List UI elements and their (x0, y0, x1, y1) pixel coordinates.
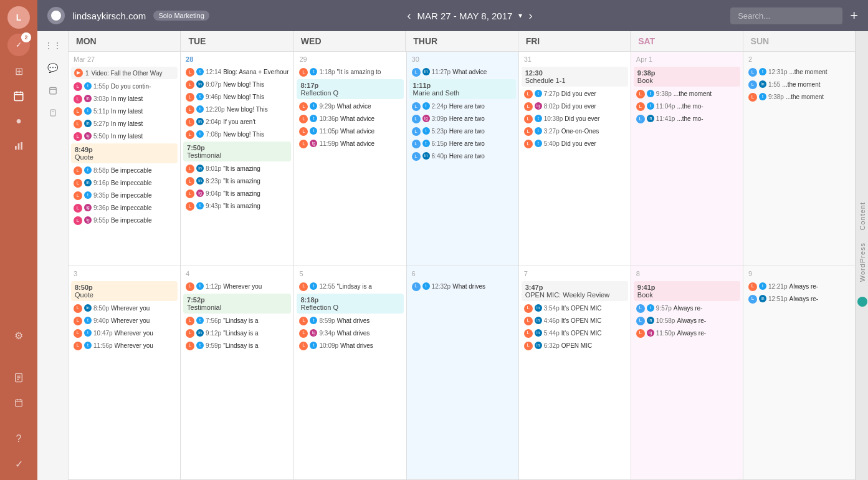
chart-icon[interactable] (9, 136, 29, 156)
cal-item[interactable]: L in 1:55 ...the moment (746, 79, 852, 90)
cal-item[interactable]: L t 12:32p What drives (409, 281, 516, 292)
comment-icon[interactable]: 💬 (44, 59, 62, 77)
cal-item[interactable]: L t 10:47p Wherever you (71, 328, 178, 339)
cal-item[interactable]: L t 10:38p Did you ever (522, 113, 628, 125)
circle-icon[interactable]: ● (9, 111, 29, 131)
cal-item[interactable]: L in 6:40p Here are two (409, 151, 516, 162)
settings-icon[interactable]: ⚙ (9, 325, 29, 345)
cal-item[interactable]: L t 12:21p Always re- (746, 281, 852, 292)
cal-item[interactable]: L t 9:59p "Lindsay is a (183, 340, 291, 352)
cal-item[interactable]: L t 11:56p Wherever you (71, 340, 178, 352)
cal-item[interactable]: L t 9:43p "It is amazing (183, 201, 291, 212)
reflection-block-2[interactable]: 8:18p Reflection Q (297, 294, 403, 314)
book-block-2[interactable]: 9:41p Book (634, 281, 740, 301)
cal-item[interactable]: L in 12:51p Always re- (746, 294, 852, 305)
marie-seth-block[interactable]: 1:11p Marie and Seth (409, 79, 516, 99)
quote-block-2[interactable]: 8:50p Quote (71, 281, 178, 301)
cal-item[interactable]: L ig 5:50p In my latest (71, 131, 178, 142)
cal-item[interactable]: L in 10:58p Always re- (634, 315, 740, 327)
testimonial-block-2[interactable]: 7:52p Testimonial (183, 294, 291, 314)
cal-item[interactable]: L t 1:55p Do you contin- (71, 81, 178, 92)
cal-item[interactable]: L ig 9:04p "It is amazing (183, 188, 291, 199)
cal-item[interactable]: L ig 8:02p Did you ever (522, 101, 628, 112)
cal-item[interactable]: L ig 9:34p What drives (297, 328, 403, 339)
testimonial-block[interactable]: 7:50p Testimonial (183, 142, 291, 161)
schedule-block[interactable]: 12:30 Schedule 1-1 (522, 67, 628, 87)
cal-item[interactable]: L t 9:38p ...the moment (634, 89, 740, 100)
cal-item[interactable]: L in 2:04p If you aren't (183, 117, 291, 128)
cal-item[interactable]: L in 8:07p New blog! This (183, 79, 291, 90)
add-button[interactable]: + (850, 7, 858, 24)
avatar[interactable]: L (7, 6, 30, 29)
book-block[interactable]: 9:38p Book (634, 67, 740, 87)
cal-item[interactable]: L t 9:29p What advice (297, 101, 403, 112)
search-input[interactable] (730, 7, 842, 24)
header-thu: THUR (406, 31, 518, 51)
cal-item[interactable]: L in 11:41p ...the mo- (634, 113, 740, 125)
help-icon[interactable]: ? (9, 429, 29, 449)
cal-item[interactable]: L t 7:27p Did you ever (522, 89, 628, 100)
cal-item[interactable]: L t 11:05p What advice (297, 126, 403, 137)
cal-item[interactable]: L t 8:58p Be impeccable (71, 165, 178, 176)
cal-item[interactable]: L t 9:46p New blog! This (183, 92, 291, 103)
cal-item[interactable]: L t 9:40p Wherever you (71, 315, 178, 327)
cal-item[interactable]: L t 1:18p "It is amazing to (297, 67, 403, 78)
cal-item[interactable]: L t 9:57p Always re- (634, 303, 740, 314)
cal-item[interactable]: L ig 9:55p Be impeccable (71, 215, 178, 226)
instagram-icon: ig (84, 216, 92, 224)
cal-item[interactable]: L t 1:12p Wherever you (183, 281, 291, 292)
cal-item[interactable]: L t 7:08p New blog! This (183, 129, 291, 140)
cal-item[interactable]: L t 10:09p What drives (297, 340, 403, 352)
cal-item[interactable]: L in 5:44p It's OPEN MIC (522, 328, 628, 339)
cal-item[interactable]: L t 10:36p What advice (297, 113, 403, 125)
cal-item[interactable]: L t 6:15p Here are two (409, 138, 516, 150)
reflection-block[interactable]: 8:17p Reflection Q (297, 79, 403, 99)
date-dropdown-arrow[interactable]: ▾ (518, 11, 522, 20)
cal-item[interactable]: L in 9:16p Be impeccable (71, 178, 178, 189)
cal-item[interactable]: L in 6:32p OPEN MIC (522, 340, 628, 352)
cal-item[interactable]: L in 3:03p In my latest (71, 94, 178, 105)
cal-item[interactable]: L ig 11:59p What advice (297, 138, 403, 150)
lp-doc-icon[interactable] (44, 103, 62, 122)
open-mic-block[interactable]: 3:47p OPEN MIC: Weekly Review (522, 281, 628, 301)
cal-item[interactable]: L ig 3:09p Here are two (409, 113, 516, 125)
cal-item[interactable]: L t 11:04p ...the mo- (634, 101, 740, 112)
grid-icon[interactable]: ⊞ (9, 61, 29, 81)
cal-item[interactable]: L t 12:14 Blog: Asana + Everhour (183, 67, 291, 78)
cal-item[interactable]: L in 8:50p Wherever you (71, 303, 178, 314)
cal-item[interactable]: L in 8:23p "It is amazing (183, 176, 291, 187)
calendar-small-icon[interactable] (9, 393, 29, 413)
cal-item[interactable]: L t 7:56p "Lindsay is a (183, 315, 291, 327)
menu-icon[interactable]: ⋮⋮ (44, 36, 62, 55)
prev-period-button[interactable]: ‹ (405, 7, 414, 25)
cal-item[interactable]: L t 9:35p Be impeccable (71, 190, 178, 201)
twitter-icon: t (196, 68, 204, 75)
cal-item[interactable]: L t 12:31p ...the moment (746, 67, 852, 78)
cal-item[interactable]: L in 11:27p What advice (409, 67, 516, 78)
document-icon[interactable] (9, 368, 29, 388)
cal-item[interactable]: L t 5:40p Did you ever (522, 138, 628, 150)
check-icon[interactable]: ✓ (9, 454, 29, 474)
cal-item[interactable]: L in 5:27p In my latest (71, 118, 178, 130)
cal-item[interactable]: L ig 9:36p Be impeccable (71, 203, 178, 214)
cal-item[interactable]: L ig 11:50p Always re- (634, 328, 740, 339)
next-period-button[interactable]: › (526, 7, 535, 25)
cal-item[interactable]: L t 2:24p Here are two (409, 101, 516, 112)
cal-item[interactable]: L in 9:12p "Lindsay is a (183, 328, 291, 339)
quote-block[interactable]: 8:49p Quote (71, 143, 178, 163)
notifications-badge[interactable]: ✓ 2 (7, 34, 30, 56)
cal-item[interactable]: L t 5:11p In my latest (71, 106, 178, 117)
cal-item[interactable]: L t 3:27p One-on-Ones (522, 126, 628, 137)
lp-calendar-icon[interactable] (44, 81, 62, 100)
calendar-icon[interactable] (9, 86, 29, 106)
cal-item[interactable]: L in 4:46p It's OPEN MIC (522, 315, 628, 327)
cal-item[interactable]: L t 12:55 "Lindsay is a (297, 281, 403, 292)
cal-item[interactable]: L t 12:20p New blog! This (183, 104, 291, 115)
cal-item[interactable]: L t 5:23p Here are two (409, 126, 516, 137)
cal-item[interactable]: L t 9:38p ...the moment (746, 92, 852, 103)
cal-item[interactable]: ▶ 1 Video: Fall the Other Way (71, 67, 178, 79)
cal-item[interactable]: L t 8:59p What drives (297, 315, 403, 327)
cal-item[interactable]: L in 3:54p It's OPEN MIC (522, 303, 628, 314)
instagram-icon: ig (196, 190, 204, 197)
cal-item[interactable]: L in 8:01p "It is amazing (183, 163, 291, 175)
